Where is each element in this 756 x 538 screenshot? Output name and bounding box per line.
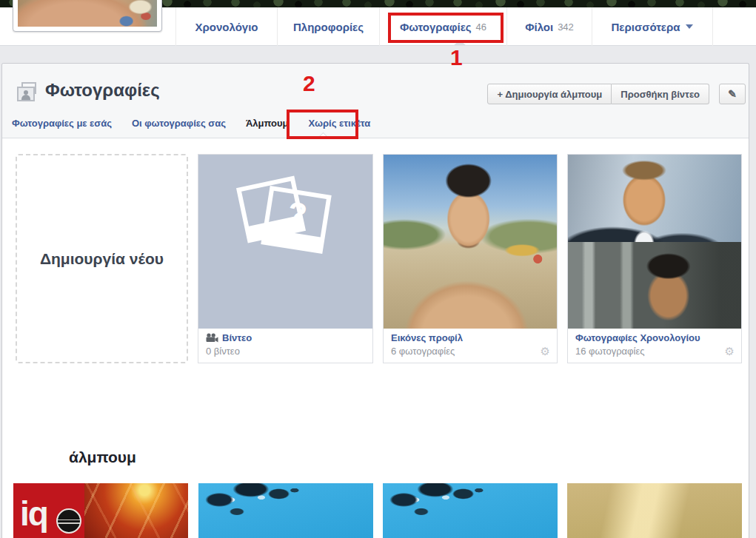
friends-count-badge: 342 (558, 21, 574, 33)
edit-button[interactable]: ✎ (719, 84, 746, 104)
albums-section-heading: άλμπουμ (69, 448, 136, 466)
album-link-videos[interactable]: Βίντεο (222, 332, 252, 343)
tab-more[interactable]: Περισσότερα (592, 7, 713, 46)
annotation-box-albums-subtab (287, 110, 358, 139)
create-album-button[interactable]: + Δημιουργία άλμπουμ (487, 84, 612, 104)
subtab-your-photos[interactable]: Οι φωτογραφίες σας (132, 118, 226, 129)
photos-icon (17, 82, 39, 103)
album-info: Εικόνες προφίλ 6 φωτογραφίες ⚙ (384, 329, 557, 363)
album-count-timeline-photos: 16 φωτογραφίες (575, 346, 734, 357)
polaroid-front-shape: ? (261, 186, 331, 254)
album-link-profile-pictures[interactable]: Εικόνες προφίλ (391, 332, 463, 343)
tab-more-label: Περισσότερα (612, 21, 680, 33)
album-info: Φωτογραφίες Χρονολογίου 16 φωτογραφίες ⚙ (568, 329, 741, 363)
iq-logo-text: iq (20, 494, 47, 534)
photos-card: Φωτογραφίες + Δημιουργία άλμπουμ Προσθήκ… (1, 63, 749, 538)
annotation-box-photos-tab (388, 13, 504, 43)
tab-friends[interactable]: Φίλοι 342 (507, 7, 592, 46)
page-title: Φωτογραφίες (45, 80, 160, 101)
photos-card-header: Φωτογραφίες + Δημιουργία άλμπουμ Προσθήκ… (2, 64, 749, 138)
tab-about-label: Πληροφορίες (293, 21, 364, 33)
pencil-icon: ✎ (728, 88, 737, 100)
timeline-photos-album-cover[interactable] (568, 155, 741, 329)
chevron-down-icon (686, 24, 693, 29)
album-link-timeline-photos[interactable]: Φωτογραφίες Χρονολογίου (575, 332, 700, 343)
add-video-button[interactable]: Προσθήκη βίντεο (612, 84, 709, 104)
photo-thumbnail-golden-sky[interactable] (567, 483, 742, 538)
annotation-step-2: 2 (303, 71, 315, 96)
profile-picture[interactable] (13, 0, 162, 32)
header-button-group: + Δημιουργία άλμπουμ Προσθήκη βίντεο (487, 84, 709, 104)
profile-pictures-album-cover[interactable] (384, 155, 557, 329)
subtab-photos-of-you[interactable]: Φωτογραφίες με εσάς (12, 118, 112, 129)
create-album-tile[interactable]: Δημιουργία νέου (16, 154, 188, 363)
question-mark-glyph: ? (285, 195, 310, 232)
iq-poster-red-panel: iq (13, 483, 84, 538)
facebook-photos-page: Χρονολόγιο Πληροφορίες Φωτογραφίες 46 Φί… (0, 0, 756, 538)
album-count-profile-pictures: 6 φωτογραφίες (391, 346, 549, 357)
album-tile-videos[interactable]: ? Βίντεο 0 βίντεο (198, 154, 373, 363)
tab-timeline-label: Χρονολόγιο (195, 21, 258, 33)
photo-thumbnail-water-splash[interactable] (383, 483, 558, 538)
tab-friends-label: Φίλοι (525, 21, 553, 33)
create-album-tile-label: Δημιουργία νέου (40, 250, 164, 268)
album-tile-profile-pictures[interactable]: Εικόνες προφίλ 6 φωτογραφίες ⚙ (383, 154, 558, 363)
photo-thumbnail-iq-poster[interactable]: iq (13, 483, 188, 538)
subtab-albums[interactable]: Άλμπουμ (246, 118, 289, 129)
album-tile-timeline-photos[interactable]: Φωτογραφίες Χρονολογίου 16 φωτογραφίες ⚙ (567, 154, 742, 363)
gear-icon[interactable]: ⚙ (725, 346, 735, 357)
tab-about[interactable]: Πληροφορίες (278, 7, 380, 46)
gear-icon[interactable]: ⚙ (541, 346, 550, 357)
iq-badge-circle (56, 508, 81, 534)
album-count-videos: 0 βίντεο (206, 346, 365, 357)
profile-photo-image (18, 0, 157, 27)
tab-timeline[interactable]: Χρονολόγιο (175, 7, 278, 46)
album-info: Βίντεο 0 βίντεο (198, 329, 372, 363)
cover-photo-bottom (568, 242, 741, 329)
annotation-step-1: 1 (450, 45, 463, 70)
video-camera-icon (206, 333, 218, 343)
iq-poster-party-lights (84, 483, 188, 538)
photo-thumbnail-water-splash[interactable] (198, 483, 373, 538)
video-album-cover[interactable]: ? (198, 155, 372, 329)
cover-photo-top (568, 155, 741, 242)
